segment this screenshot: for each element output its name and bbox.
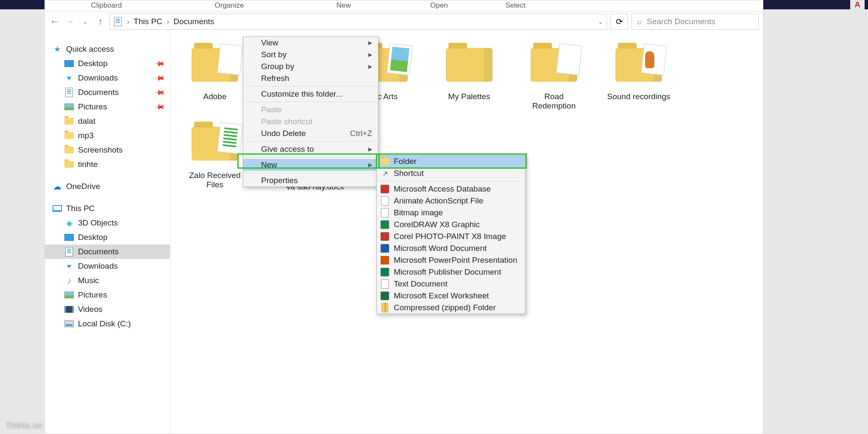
ribbon-label-open: Open bbox=[397, 1, 481, 10]
ribbon-label-select: Select bbox=[481, 1, 549, 10]
music-icon: ♪ bbox=[64, 276, 74, 285]
sidebar-onedrive[interactable]: ☁OneDrive bbox=[45, 179, 170, 194]
pin-icon: 📌 bbox=[154, 101, 166, 113]
pin-icon: 📌 bbox=[154, 86, 166, 98]
desktop-icon bbox=[64, 59, 74, 68]
pictures-icon bbox=[64, 290, 74, 300]
menu-new[interactable]: New▶ bbox=[243, 159, 378, 171]
sidebar-item-localdisk-c[interactable]: Local Disk (C:) bbox=[45, 317, 170, 331]
coreldraw-icon bbox=[380, 220, 389, 229]
sidebar-item-downloads[interactable]: Downloads bbox=[45, 259, 170, 273]
shortcut-icon: ↗ bbox=[380, 169, 389, 178]
sidebar-item-screenshots[interactable]: Screenshots bbox=[45, 143, 170, 157]
sidebar-item-tinhte[interactable]: tinhte bbox=[45, 157, 170, 172]
sidebar-item-music[interactable]: ♪Music bbox=[45, 273, 170, 288]
nav-up-icon[interactable]: ↑ bbox=[95, 16, 106, 27]
folder-icon bbox=[64, 145, 74, 155]
submenu-coreldraw[interactable]: CorelDRAW X8 Graphic bbox=[377, 219, 525, 231]
folder-icon bbox=[64, 117, 74, 126]
folder-icon bbox=[380, 157, 389, 166]
context-menu: View▶ Sort by▶ Group by▶ Refresh Customi… bbox=[243, 36, 378, 187]
menu-give-access-to[interactable]: Give access to▶ bbox=[243, 143, 378, 155]
submenu-animate-as[interactable]: Animate ActionScript File bbox=[377, 195, 525, 207]
folder-zalo-received[interactable]: Zalo Received Files bbox=[183, 119, 247, 189]
chevron-right-icon: › bbox=[127, 17, 129, 26]
folder-icon bbox=[64, 160, 74, 169]
video-icon bbox=[64, 305, 74, 314]
folder-my-palettes[interactable]: My Palettes bbox=[437, 40, 501, 111]
nav-history-dropdown-icon[interactable]: ⌄ bbox=[80, 18, 91, 25]
file-icon bbox=[380, 196, 389, 206]
submenu-word[interactable]: Microsoft Word Document bbox=[377, 242, 525, 254]
submenu-folder[interactable]: Folder bbox=[377, 156, 525, 167]
sidebar-item-mp3[interactable]: mp3 bbox=[45, 128, 170, 143]
watermark: Tinhte.vn bbox=[6, 421, 42, 431]
sidebar-item-pictures[interactable]: Pictures📌 bbox=[45, 100, 170, 114]
pictures-icon bbox=[64, 102, 74, 111]
word-icon bbox=[380, 244, 389, 253]
navigation-sidebar: ★ Quick access Desktop📌 Downloads📌 Docum… bbox=[45, 32, 170, 434]
pin-icon: 📌 bbox=[154, 58, 166, 70]
submenu-bitmap[interactable]: Bitmap image bbox=[377, 207, 525, 219]
submenu-publisher[interactable]: Microsoft Publisher Document bbox=[377, 266, 525, 278]
download-icon bbox=[64, 262, 74, 271]
submenu-corelphoto[interactable]: Corel PHOTO-PAINT X8 Image bbox=[377, 231, 525, 242]
sidebar-item-videos[interactable]: Videos bbox=[45, 302, 170, 317]
submenu-zip[interactable]: Compressed (zipped) Folder bbox=[377, 302, 525, 314]
submenu-shortcut[interactable]: ↗Shortcut bbox=[377, 167, 525, 179]
sidebar-item-3dobjects[interactable]: ◈3D Objects bbox=[45, 216, 170, 230]
breadcrumb-documents[interactable]: Documents bbox=[173, 17, 214, 26]
onedrive-icon: ☁ bbox=[53, 182, 62, 191]
submenu-access-db[interactable]: Microsoft Access Database bbox=[377, 183, 525, 195]
corelphoto-icon bbox=[380, 232, 389, 241]
nav-back-icon[interactable]: ← bbox=[49, 16, 60, 27]
sidebar-item-downloads[interactable]: Downloads📌 bbox=[45, 71, 170, 85]
excel-icon bbox=[380, 291, 389, 300]
bitmap-icon bbox=[380, 208, 389, 217]
sidebar-item-dalat[interactable]: dalat bbox=[45, 114, 170, 128]
chevron-right-icon: › bbox=[167, 17, 169, 26]
chevron-right-icon: ▶ bbox=[368, 64, 372, 70]
breadcrumb-thispc[interactable]: This PC bbox=[134, 17, 162, 26]
sidebar-thispc[interactable]: This PC bbox=[45, 201, 170, 216]
menu-undo-delete[interactable]: Undo DeleteCtrl+Z bbox=[243, 128, 378, 139]
menu-paste: Paste bbox=[243, 104, 378, 116]
submenu-text[interactable]: Text Document bbox=[377, 278, 525, 290]
folder-road-redemption[interactable]: Road Redemption bbox=[522, 40, 586, 111]
sidebar-quick-access[interactable]: ★ Quick access bbox=[45, 42, 170, 56]
ribbon-group-labels: Clipboard Organize New Open Select bbox=[45, 0, 763, 11]
submenu-powerpoint[interactable]: Microsoft PowerPoint Presentation bbox=[377, 254, 525, 266]
menu-sort-by[interactable]: Sort by▶ bbox=[243, 49, 378, 61]
shortcut-text: Ctrl+Z bbox=[350, 129, 372, 138]
address-bar-row: ← → ⌄ ↑ › This PC › Documents ⌄ ⟳ ⌕ Sear… bbox=[45, 11, 763, 32]
sidebar-item-documents[interactable]: Documents📌 bbox=[45, 85, 170, 100]
access-icon bbox=[380, 184, 389, 194]
documents-location-icon bbox=[113, 17, 122, 26]
sidebar-item-desktop[interactable]: Desktop📌 bbox=[45, 56, 170, 71]
menu-customize-folder[interactable]: Customize this folder... bbox=[243, 88, 378, 100]
menu-properties[interactable]: Properties bbox=[243, 175, 378, 186]
refresh-button[interactable]: ⟳ bbox=[610, 14, 628, 30]
ribbon-label-clipboard: Clipboard bbox=[45, 1, 168, 10]
documents-icon bbox=[64, 88, 74, 97]
folder-adobe[interactable]: Adobe bbox=[183, 40, 247, 111]
menu-refresh[interactable]: Refresh bbox=[243, 72, 378, 84]
chevron-right-icon: ▶ bbox=[368, 52, 372, 58]
text-icon bbox=[380, 279, 389, 289]
ribbon-label-new: New bbox=[291, 1, 397, 10]
submenu-excel[interactable]: Microsoft Excel Worksheet bbox=[377, 290, 525, 302]
sidebar-item-documents[interactable]: Documents bbox=[45, 245, 170, 259]
download-icon bbox=[64, 73, 74, 83]
publisher-icon bbox=[380, 267, 389, 277]
chevron-down-icon[interactable]: ⌄ bbox=[598, 18, 603, 25]
menu-paste-shortcut: Paste shortcut bbox=[243, 116, 378, 128]
search-input[interactable]: ⌕ Search Documents bbox=[632, 14, 759, 30]
star-icon: ★ bbox=[53, 45, 62, 54]
zip-icon bbox=[380, 303, 389, 312]
menu-view[interactable]: View▶ bbox=[243, 37, 378, 49]
breadcrumb[interactable]: › This PC › Documents ⌄ bbox=[109, 14, 607, 30]
folder-sound-recordings[interactable]: Sound recordings bbox=[607, 40, 670, 111]
sidebar-item-desktop[interactable]: Desktop bbox=[45, 230, 170, 245]
menu-group-by[interactable]: Group by▶ bbox=[243, 61, 378, 72]
sidebar-item-pictures[interactable]: Pictures bbox=[45, 288, 170, 302]
